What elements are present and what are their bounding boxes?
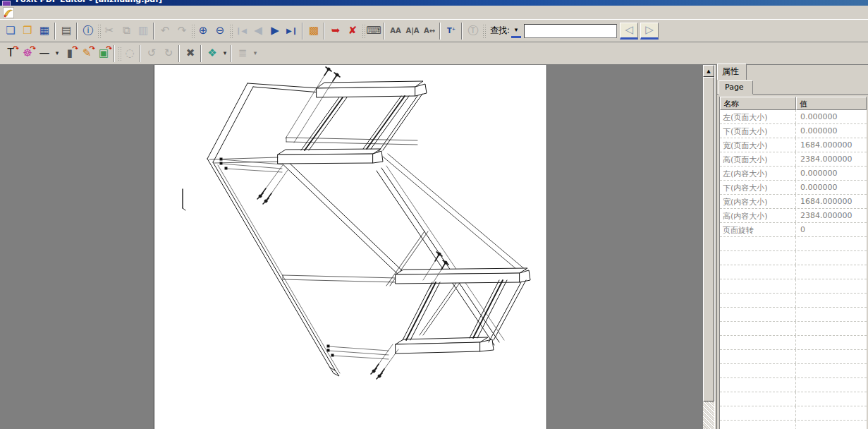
rotate-object-right-button[interactable]: ↻ — [160, 45, 177, 62]
find-options-dropdown[interactable]: ▾ — [511, 24, 521, 38]
property-row-empty — [720, 378, 867, 392]
document-info-button[interactable]: ⓘ — [80, 23, 97, 40]
insert-page-icon: ➥ — [331, 25, 341, 36]
menu-object[interactable] — [37, 11, 47, 14]
insert-image-tool[interactable]: ▣ — [95, 45, 112, 62]
shape-dropdown[interactable]: ▾ — [221, 45, 229, 62]
text-region-button[interactable]: Ⓣ — [465, 23, 482, 40]
print-button[interactable]: ▤ — [58, 23, 75, 40]
line-style-dropdown[interactable]: ▾ — [53, 45, 61, 62]
rotate-left-icon: ↺ — [147, 48, 157, 59]
line-style-tool[interactable]: — — [36, 45, 53, 62]
property-row-empty — [720, 294, 867, 308]
open-button[interactable]: ❒ — [19, 23, 36, 40]
main-area: ▲ 属性 Page 名称 值 左(页面大小) 0.000000 下(页面大小) — [0, 65, 868, 429]
column-header-name[interactable]: 名称 — [720, 97, 796, 110]
vertical-scrollbar[interactable]: ▲ — [703, 65, 714, 429]
panel-title: 属性 — [717, 64, 747, 80]
font-spacing-button[interactable]: A↔ — [421, 23, 438, 40]
undo-button[interactable]: ↶ — [157, 23, 173, 40]
chevron-down-icon: ▾ — [224, 50, 227, 56]
align-dropdown[interactable]: ▾ — [251, 45, 259, 62]
shapes-icon: ❖ — [207, 48, 216, 59]
shape-tool[interactable]: ❖ — [204, 45, 221, 62]
isometric-ladder-drawing — [154, 65, 546, 429]
property-grid: 名称 值 左(页面大小) 0.000000 下(页面大小) 0.000000 宽… — [719, 97, 867, 429]
property-row: 宽(内容大小) 1684.000000 — [720, 195, 867, 209]
menu-view[interactable] — [56, 11, 66, 14]
cut-button[interactable]: ✂ — [101, 23, 118, 40]
add-text-button[interactable]: T⁺ — [443, 23, 460, 40]
find-next-button[interactable]: ▷ — [640, 23, 659, 40]
insert-page-button[interactable]: ➥ — [327, 23, 344, 40]
first-page-icon: ❙◀ — [236, 28, 247, 35]
page-form-icon: ▩ — [309, 25, 319, 36]
document-page[interactable] — [154, 65, 547, 429]
first-page-button[interactable]: ❙◀ — [233, 23, 250, 40]
property-row-empty — [720, 308, 867, 322]
properties-panel: 属性 Page 名称 值 左(页面大小) 0.000000 下(页面大小) 0.… — [716, 65, 868, 429]
app-logo-icon[interactable] — [3, 7, 14, 18]
paste-button[interactable]: ▥ — [135, 23, 152, 40]
tab-page[interactable]: Page — [719, 80, 753, 95]
zoom-in-button[interactable]: ⊕ — [195, 23, 212, 40]
font-size-button[interactable]: AA — [387, 23, 404, 40]
separator — [199, 45, 204, 62]
property-row-empty — [720, 279, 867, 294]
copy-icon: ⧉ — [123, 25, 130, 36]
chevron-down-icon: ▾ — [56, 50, 59, 56]
drag-handle — [482, 23, 486, 39]
text-tool-icon: T — [7, 48, 13, 59]
virtual-keyboard-button[interactable]: ⌨ — [365, 23, 382, 40]
property-row-empty — [720, 406, 867, 421]
document-workspace[interactable] — [0, 65, 703, 429]
edit-image-icon: ✎ — [82, 48, 92, 59]
prev-page-button[interactable]: ◀ — [250, 23, 267, 40]
menu-edit[interactable] — [27, 11, 37, 14]
rotate-object-left-button[interactable]: ↺ — [143, 45, 160, 62]
menu-document[interactable] — [47, 11, 56, 14]
redo-button[interactable]: ↷ — [173, 23, 190, 40]
color-tool[interactable]: ☸ — [19, 45, 36, 62]
property-row: 左(页面大小) 0.000000 — [720, 110, 867, 124]
font-size-icon: AA — [390, 28, 401, 35]
shading-tool[interactable]: ▮ — [61, 45, 78, 62]
edit-text-tool[interactable]: T — [2, 45, 19, 62]
font-spacing-icon: A↔ — [424, 28, 435, 35]
edit-image-tool[interactable]: ✎ — [78, 45, 95, 62]
keyboard-icon: ⌨ — [366, 25, 381, 36]
chevron-down-icon: ▾ — [254, 50, 257, 56]
font-kerning-button[interactable]: A|A — [404, 23, 421, 40]
window-icon[interactable] — [2, 1, 11, 6]
lasso-select-tool[interactable]: ◌ — [121, 45, 138, 62]
separator — [138, 45, 143, 62]
find-input[interactable] — [524, 24, 617, 38]
scroll-up-button[interactable]: ▲ — [703, 65, 714, 77]
property-row-empty — [720, 265, 867, 279]
find-previous-icon: ◁ — [625, 25, 633, 35]
shading-icon: ▮ — [67, 48, 73, 59]
property-rows: 左(页面大小) 0.000000 下(页面大小) 0.000000 宽(页面大小… — [720, 110, 867, 429]
new-button[interactable]: ❏ — [2, 23, 19, 40]
menu-file[interactable] — [17, 11, 27, 14]
last-page-button[interactable]: ▶❙ — [283, 23, 300, 40]
delete-page-icon: ✘ — [348, 25, 357, 36]
page-layout-button[interactable]: ▩ — [305, 23, 322, 40]
menu-help[interactable] — [86, 11, 96, 14]
save-button[interactable]: ▦ — [36, 23, 53, 40]
title-bar: Foxit PDF Editor - [anzhuang.pdf] — [0, 0, 868, 6]
separator — [382, 23, 387, 40]
zoom-out-button[interactable]: ⊖ — [212, 23, 228, 40]
next-page-button[interactable]: ▶ — [267, 23, 283, 40]
find-previous-button[interactable]: ◁ — [620, 23, 638, 40]
menu-filter[interactable] — [66, 11, 76, 14]
align-tool[interactable]: ≣ — [234, 45, 251, 62]
scroll-up-arrow-icon: ▲ — [707, 68, 710, 74]
copy-button[interactable]: ⧉ — [118, 23, 135, 40]
menu-window[interactable] — [76, 11, 86, 14]
column-header-value[interactable]: 值 — [796, 97, 867, 110]
scrollbar-thumb[interactable] — [703, 77, 714, 401]
property-row-empty — [720, 421, 867, 429]
delete-page-button[interactable]: ✘ — [344, 23, 361, 40]
delete-object-button[interactable]: ✖ — [182, 45, 199, 62]
